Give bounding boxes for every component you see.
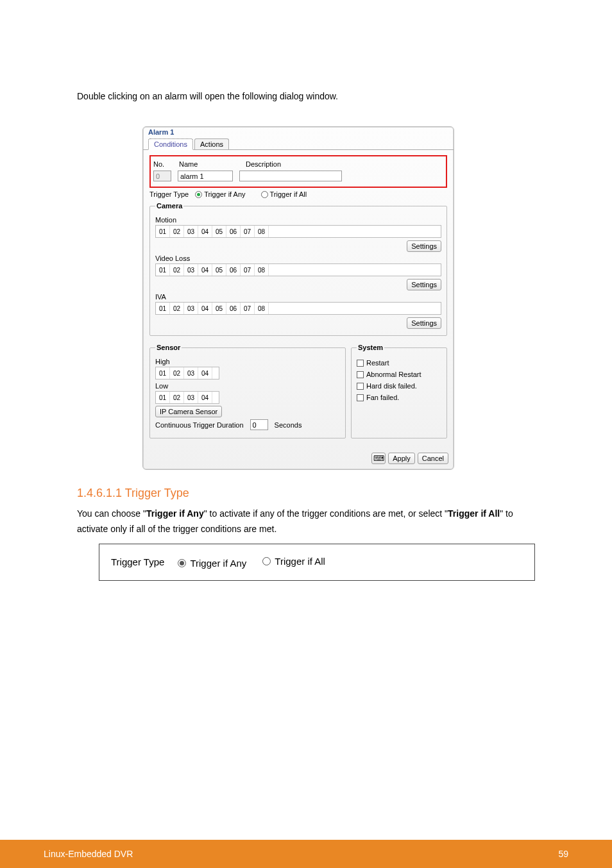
system-group: System Restart Abnormal Restart Hard dis… [351,344,447,438]
radio-icon [178,559,186,567]
motion-settings-button[interactable]: Settings [407,240,441,252]
cell[interactable]: 08 [255,226,269,237]
cell[interactable]: 04 [198,226,212,237]
trigger-any-radio[interactable]: Trigger if Any [195,190,245,198]
cell[interactable]: 05 [212,303,226,314]
tab-actions[interactable]: Actions [194,138,229,149]
sensor-high-label: High [155,358,340,365]
system-hdd-failed[interactable]: Hard disk failed. [357,382,441,390]
system-restart[interactable]: Restart [357,359,441,367]
trigger-any-label: Trigger if Any [204,190,245,198]
sensor-high-cells[interactable]: 01 02 03 04 [155,367,219,380]
cancel-button[interactable]: Cancel [418,453,448,464]
cell[interactable]: 04 [198,367,212,379]
system-legend: System [357,344,384,351]
sensor-low-label: Low [155,382,340,390]
system-item-label: Abnormal Restart [366,371,421,378]
trigger-all-label: Trigger if All [270,190,307,198]
footer-page-number: 59 [558,849,568,859]
sensor-group: Sensor High 01 02 03 04 Low 01 02 03 04 [149,344,346,438]
inset-trigger-any[interactable]: Trigger if Any [178,558,246,569]
sensor-low-cells[interactable]: 01 02 03 04 [155,391,219,404]
trigger-type-inset: Trigger Type Trigger if Any Trigger if A… [99,544,535,581]
cell[interactable]: 02 [170,303,184,314]
page-footer: Linux-Embedded DVR 59 [0,840,612,868]
system-abnormal-restart[interactable]: Abnormal Restart [357,371,441,378]
videoloss-label: Video Loss [155,255,441,262]
radio-icon [195,191,202,198]
cell[interactable]: 04 [198,303,212,314]
cell[interactable]: 05 [212,264,226,276]
cell[interactable]: 05 [212,226,226,237]
iva-label: IVA [155,293,441,301]
name-label: Name [179,160,217,168]
cell[interactable]: 04 [198,392,212,403]
red-highlight-box: No. Name Description [149,155,447,188]
name-input[interactable] [178,171,233,181]
cell[interactable]: 02 [170,226,184,237]
cell[interactable]: 02 [170,392,184,403]
radio-icon [262,557,271,565]
no-label: No. [153,160,173,168]
cell[interactable]: 03 [184,367,198,379]
tab-conditions[interactable]: Conditions [148,138,193,150]
no-input[interactable] [153,171,171,181]
trigger-type-label: Trigger Type [149,190,189,198]
videoloss-settings-button[interactable]: Settings [407,279,441,290]
cell[interactable]: 01 [156,303,170,314]
inset-all-label: Trigger if All [275,556,325,567]
alarm-dialog: Alarm 1 Conditions Actions No. Name Desc… [142,126,454,470]
keyboard-icon[interactable]: ⌨ [371,453,386,464]
videoloss-cells[interactable]: 01 02 03 04 05 06 07 08 [155,263,441,276]
system-fan-failed[interactable]: Fan failed. [357,394,441,401]
section-heading: 1.4.6.1.1 Trigger Type [77,487,574,500]
cell[interactable]: 06 [226,226,241,237]
cell[interactable]: 08 [255,264,269,276]
sensor-legend: Sensor [155,344,182,351]
cell[interactable]: 02 [170,264,184,276]
cell[interactable]: 01 [156,264,170,276]
cell[interactable]: 01 [156,226,170,237]
checkbox-icon [357,394,364,401]
cell[interactable]: 01 [156,367,170,379]
cell[interactable]: 08 [255,303,269,314]
cell[interactable]: 01 [156,392,170,403]
system-item-label: Restart [366,359,389,367]
checkbox-icon [357,371,364,378]
radio-icon [261,191,268,198]
ctd-input[interactable] [250,419,268,430]
footer-title: Linux-Embedded DVR [44,849,133,859]
cell[interactable]: 07 [241,226,255,237]
inset-trigger-label: Trigger Type [111,556,164,567]
checkbox-icon [357,383,364,390]
trigger-all-radio[interactable]: Trigger if All [261,190,307,198]
camera-group: Camera Motion 01 02 03 04 05 06 07 08 Se… [149,202,447,336]
iva-cells[interactable]: 01 02 03 04 05 06 07 08 [155,302,441,315]
cell[interactable]: 03 [184,264,198,276]
tabs: Conditions Actions [143,138,454,150]
cell[interactable]: 06 [226,303,241,314]
iva-settings-button[interactable]: Settings [407,317,441,329]
cell[interactable]: 03 [184,303,198,314]
cell[interactable]: 02 [170,367,184,379]
body-paragraph: You can choose "Trigger if Any" to activ… [77,506,535,537]
system-item-label: Fan failed. [366,394,399,401]
ctd-unit: Seconds [275,421,302,429]
camera-legend: Camera [155,202,183,210]
inset-trigger-all[interactable]: Trigger if All [262,556,325,567]
cell[interactable]: 03 [184,226,198,237]
ctd-label: Continuous Trigger Duration [155,421,244,429]
description-input[interactable] [239,171,342,181]
dialog-title: Alarm 1 [143,127,454,136]
apply-button[interactable]: Apply [388,453,415,464]
cell[interactable]: 03 [184,392,198,403]
intro-text: Double clicking on an alarm will open th… [77,90,574,103]
system-item-label: Hard disk failed. [366,382,417,390]
cell[interactable]: 06 [226,264,241,276]
cell[interactable]: 04 [198,264,212,276]
ip-camera-sensor-button[interactable]: IP Camera Sensor [155,406,222,417]
description-label: Description [246,160,281,168]
cell[interactable]: 07 [241,264,255,276]
cell[interactable]: 07 [241,303,255,314]
motion-cells[interactable]: 01 02 03 04 05 06 07 08 [155,225,441,238]
